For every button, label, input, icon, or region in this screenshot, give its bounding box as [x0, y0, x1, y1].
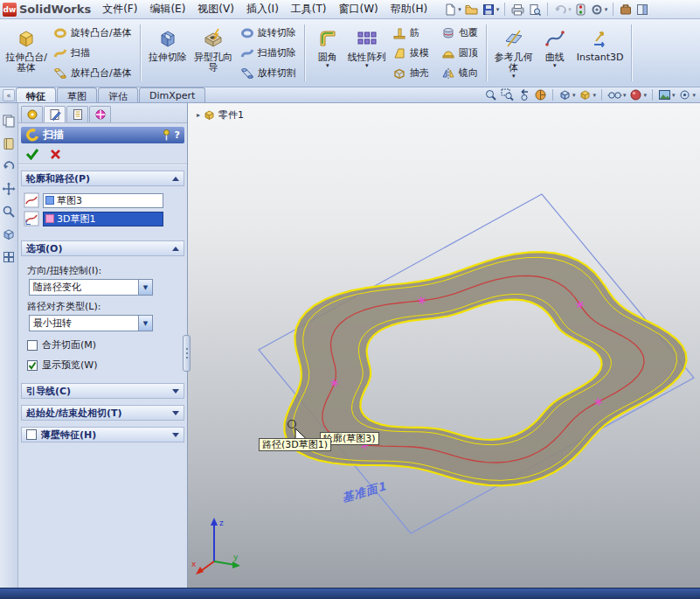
loft-cut-button[interactable]: 放样切割 [236, 64, 301, 83]
extrude-boss-button[interactable]: 拉伸凸台/基体 [3, 22, 49, 85]
revolve-boss-button[interactable]: 旋转凸台/基体 [49, 24, 136, 43]
graphics-viewport[interactable]: ▸ 零件1 轮廓(草图3) 路径(3D草图1) 基准面1 z x y [188, 103, 700, 588]
thin-feature-checkbox[interactable] [26, 429, 37, 440]
pin-commandmanager-button[interactable]: « [3, 89, 15, 101]
featuremanager-tab[interactable] [21, 106, 43, 122]
path-selection-box[interactable]: 3D草图1 [43, 212, 163, 226]
thin-feature-header[interactable]: 薄壁特征(H) [21, 427, 184, 442]
propertymanager-tab[interactable] [44, 106, 66, 122]
standard-views-icon[interactable] [2, 227, 16, 241]
sweep-preview-body[interactable] [284, 252, 686, 485]
print-icon[interactable] [509, 1, 526, 18]
view-settings-icon[interactable]: ▾ [677, 88, 697, 101]
linear-pattern-button[interactable]: 线性阵列 ▾ [346, 22, 388, 85]
merge-tangent-checkbox[interactable] [27, 340, 38, 351]
dimxpertmanager-tab[interactable] [89, 106, 111, 122]
pin-icon[interactable] [163, 129, 170, 141]
curves-button[interactable]: 曲线 ▾ [537, 22, 573, 85]
section-view-icon[interactable] [533, 88, 548, 101]
rib-button[interactable]: 筋 [388, 24, 433, 43]
status-bar [0, 588, 700, 599]
shell-label: 抽壳 [410, 66, 429, 80]
hide-show-items-icon[interactable]: ▾ [606, 88, 627, 101]
tab-dimxpert[interactable]: DimXpert [139, 87, 205, 102]
save-icon[interactable]: ▾ [481, 1, 501, 18]
cancel-button[interactable] [50, 149, 61, 160]
shell-button[interactable]: 抽壳 [388, 64, 433, 83]
zoom-icon[interactable] [2, 205, 16, 219]
part-icon [204, 109, 215, 121]
tab-features[interactable]: 特征 [16, 87, 56, 102]
sweep-cut-button[interactable]: 扫描切除 [236, 44, 301, 63]
menu-help[interactable]: 帮助(H) [385, 0, 433, 19]
help-icon[interactable]: ? [175, 129, 180, 141]
wrap-button[interactable]: 包覆 [437, 24, 482, 43]
draft-button[interactable]: 拔模 [388, 44, 433, 63]
fillet-dropdown-arrow[interactable]: ▾ [326, 63, 329, 68]
expand-arrow-icon[interactable]: ▸ [197, 111, 200, 119]
dome-button[interactable]: 圆顶 [437, 44, 482, 63]
menu-window[interactable]: 窗口(W) [333, 0, 385, 19]
orientation-dropdown[interactable]: 随路径变化 ▼ [29, 279, 153, 296]
loft-boss-button[interactable]: 放样凸台/基体 [49, 64, 136, 83]
options-header[interactable]: 选项(O) [21, 240, 184, 256]
task-pane-icon[interactable] [634, 1, 650, 18]
instant3d-button[interactable]: Instant3D [573, 22, 627, 85]
pan-icon[interactable] [2, 182, 16, 196]
sweep-button[interactable]: 扫描 [49, 44, 136, 63]
hole-wizard-button[interactable]: 异型孔向导 [191, 22, 236, 85]
menu-insert[interactable]: 插入(I) [240, 0, 285, 19]
rebuild-icon[interactable] [573, 1, 588, 18]
open-document-icon[interactable] [463, 1, 480, 18]
view-orientation-icon[interactable]: ▾ [558, 88, 577, 101]
grid-icon[interactable] [2, 250, 16, 264]
start-end-tangency-header[interactable]: 起始处/结束处相切(T) [21, 405, 184, 421]
mirror-button[interactable]: 镜向 [437, 64, 482, 83]
apply-scene-icon[interactable]: ▾ [657, 88, 676, 101]
zoom-fit-icon[interactable] [483, 88, 498, 101]
menu-file[interactable]: 文件(F) [96, 0, 143, 19]
configurationmanager-tab[interactable] [66, 106, 88, 122]
revolve-cut-button[interactable]: 旋转切除 [236, 24, 301, 43]
merge-tangent-label: 合并切面(M) [42, 338, 96, 352]
path-alignment-dropdown[interactable]: 最小扭转 ▼ [29, 315, 153, 331]
extrude-cut-button[interactable]: 拉伸切除 [145, 22, 191, 85]
print-preview-icon[interactable] [527, 1, 543, 18]
toolbox-icon[interactable] [618, 1, 634, 18]
panel-title: 扫描 [43, 128, 64, 143]
new-document-icon[interactable]: ▾ [442, 1, 462, 18]
guide-curves-header[interactable]: 引导线(C) [21, 383, 184, 399]
thin-feature-title: 薄壁特征(H) [41, 428, 96, 442]
design-binder-icon[interactable] [2, 136, 16, 150]
curves-dropdown-arrow[interactable]: ▾ [553, 63, 557, 68]
undo-icon[interactable]: ▾ [552, 1, 572, 18]
ok-button[interactable] [25, 148, 39, 160]
profile-path-header[interactable]: 轮廓和路径(P) [21, 171, 184, 186]
menu-view[interactable]: 视图(V) [191, 0, 240, 19]
graphics-area[interactable] [188, 103, 700, 588]
document-stack-icon[interactable] [2, 114, 16, 128]
zoom-area-icon[interactable] [500, 88, 515, 101]
show-preview-checkbox[interactable] [27, 360, 38, 371]
flyout-tree-part[interactable]: ▸ 零件1 [197, 108, 244, 122]
expand-chevron-icon [172, 389, 179, 394]
dropdown-arrow-icon[interactable]: ▼ [138, 316, 152, 331]
tab-sketch[interactable]: 草图 [57, 87, 97, 102]
hole-wizard-icon [202, 26, 225, 51]
reference-geometry-dropdown-arrow[interactable]: ▾ [512, 73, 516, 79]
tab-evaluate[interactable]: 评估 [98, 87, 138, 102]
linear-pattern-dropdown-arrow[interactable]: ▾ [365, 63, 369, 68]
profile-selection-box[interactable]: 草图3 [43, 193, 163, 208]
display-style-icon[interactable]: ▾ [578, 88, 597, 101]
dropdown-arrow-icon[interactable]: ▼ [138, 280, 152, 295]
title-menu-bar: dw SolidWorks 文件(F) 编辑(E) 视图(V) 插入(I) 工具… [0, 0, 700, 19]
previous-view-icon[interactable] [516, 88, 531, 101]
options-gear-icon[interactable]: ▾ [589, 1, 609, 18]
fillet-button[interactable]: 圆角 ▾ [309, 22, 346, 85]
rotate-view-icon[interactable] [2, 159, 16, 173]
panel-splitter[interactable] [183, 335, 191, 372]
menu-tools[interactable]: 工具(T) [285, 0, 333, 19]
menu-edit[interactable]: 编辑(E) [143, 0, 191, 19]
edit-appearance-icon[interactable]: ▾ [628, 88, 648, 101]
reference-geometry-button[interactable]: 参考几何体 ▾ [491, 22, 537, 85]
